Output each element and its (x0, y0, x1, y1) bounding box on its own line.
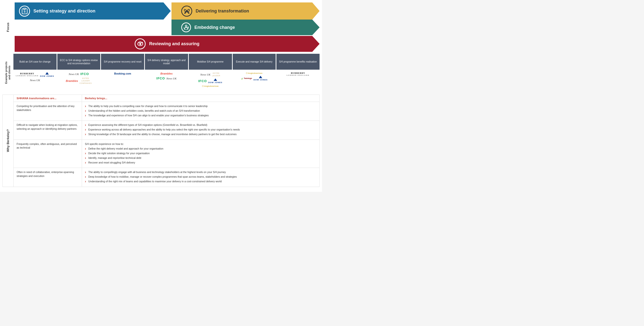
col3-header: S/4 programme recovery and reset (101, 54, 144, 70)
list-item: Experience working across all delivery a… (85, 128, 316, 132)
col6-logos: ⬡ AngloAmerican 🍃 Twinings DOW JONES (233, 70, 276, 92)
why-row3-col2: S/4 specific experience on how to: Defin… (82, 140, 319, 168)
why-row-3: Frequently complex, often ambiguous, and… (14, 140, 319, 168)
svg-rect-0 (24, 8, 26, 9)
col6-logo-row1: ⬡ AngloAmerican (246, 72, 262, 74)
col1-logo-row2: News UK (30, 79, 40, 82)
list-item: The ability to compellingly engage with … (85, 170, 316, 174)
why-row-2: Difficult to navigate when looking at mi… (14, 121, 319, 139)
news-uk-logo-col4: News UK (166, 77, 176, 80)
focus-label: Focus (2, 3, 14, 52)
why-row1-list: The ability to help you build a compelli… (85, 104, 316, 117)
list-item: Understanding of the hidden and unhidden… (85, 109, 316, 113)
col6-header: Execute and manage S/4 delivery (233, 54, 276, 70)
list-item: Understanding of the right mix of teams … (85, 180, 316, 184)
dow-jones-col5: DOW JONES (208, 78, 222, 84)
why-row1-col2: The ability to help you build a compelli… (82, 102, 319, 120)
teal-arrow-label: Embedding change (194, 25, 235, 30)
col4-logo-row2: IFCO News UK (156, 76, 176, 80)
list-item: Define the right delivery model and appr… (85, 147, 316, 151)
col7-logo-row1: BURBERRYLONDON ENGLAND (287, 72, 309, 76)
why-row-1: Competing for prioritisation and the att… (14, 102, 319, 121)
dow-jones-col6: DOW JONES (254, 76, 268, 81)
col5-logos: News UK ESTÉELAUDER IFCO DOW JONES (189, 70, 232, 92)
clipboard-icon (19, 6, 30, 17)
person-cycle-icon (181, 23, 191, 32)
col7-header: S/4 programme benefits realisation (276, 54, 320, 70)
why-row2-list: Experience assessing the different types… (85, 123, 316, 136)
list-item: The knowledge and experience of how S/4 … (85, 114, 316, 117)
project-col-7: S/4 programme benefits realisation BURBE… (276, 54, 320, 92)
why-row4-col1: Often in need of collaborative, enterpri… (14, 168, 82, 187)
arrow-yellow: Delivering transformation (172, 3, 320, 20)
focus-section: Focus (2, 3, 320, 52)
col3-logo-row1: Booking.com (114, 72, 131, 75)
brambles-logo-col4: Brambles (160, 72, 172, 75)
why-row2-col2: Experience assessing the different types… (82, 121, 319, 139)
arrow-blue: Setting strategy and direction (15, 3, 171, 20)
list-item: The ability to help you build a compelli… (85, 104, 316, 108)
project-columns: Build an S/4 case for change BURBERRYLON… (14, 54, 320, 92)
why-row4-col2: The ability to compellingly engage with … (82, 168, 319, 187)
svg-point-8 (140, 44, 141, 44)
news-uk-logo-col2: News UK (69, 73, 79, 76)
why-row-4: Often in need of collaborative, enterpri… (14, 168, 319, 187)
project-col-4: S/4 delivery strategy, approach and mode… (145, 54, 188, 92)
project-col-1: Build an S/4 case for change BURBERRYLON… (14, 54, 56, 92)
why-row1-col1: Competing for prioritisation and the att… (14, 102, 82, 120)
dow-jones-logo: DOW JONES (40, 72, 54, 77)
projects-content: Build an S/4 case for change BURBERRYLON… (14, 54, 320, 92)
ifco-logo-col2a: IFCO (80, 72, 89, 76)
svg-point-5 (186, 25, 187, 27)
list-item: Identify, manage and reprioritise techni… (85, 156, 316, 160)
list-item: Recover and reset struggling S/4 deliver… (85, 161, 316, 165)
project-col-5: Mobilise S/4 programme News UK ESTÉELAUD… (189, 54, 232, 92)
list-item: Experience assessing the different types… (85, 123, 316, 127)
page-wrapper: Focus (0, 0, 322, 192)
col4-logo-row1: Brambles (160, 72, 172, 75)
project-col-6: Execute and manage S/4 delivery ⬡ AngloA… (233, 54, 276, 92)
focus-content: Setting strategy and direction (15, 3, 320, 52)
estee-col5: ESTÉELAUDER (212, 72, 220, 77)
booking-logo: Booking.com (114, 72, 131, 75)
why-content: S/4HANA transformations are... Berkeley … (14, 95, 319, 187)
red-arrow-label: Reviewing and assuring (149, 41, 199, 46)
why-row2-col1: Difficult to navigate when looking at mi… (14, 121, 82, 139)
news-uk-logo-col1: News UK (30, 79, 40, 82)
col2-logo-row1: News UK IFCO (69, 72, 89, 76)
butterfly-icon (181, 6, 192, 17)
col2-logo-row2: Brambles ESTÉELAUDERCOMPANIES (66, 77, 92, 84)
project-col-3: S/4 programme recovery and reset Booking… (101, 54, 144, 92)
col7-logos: BURBERRYLONDON ENGLAND (276, 70, 320, 92)
brambles-logo-col2: Brambles (66, 79, 78, 82)
col6-logo-row2: 🍃 Twinings DOW JONES (241, 76, 268, 81)
col2-logos: News UK IFCO Brambles ESTÉELAUDERCOMPANI… (57, 70, 100, 92)
blue-arrow-label: Setting strategy and direction (34, 9, 96, 14)
projects-section: Example projectsand clients Build an S/4… (2, 54, 320, 92)
col2-header: ECC to S/4 strategy options review and r… (57, 54, 100, 70)
arrow-red: Reviewing and assuring (15, 36, 320, 52)
list-item: Strong knowledge of the SI landscape and… (85, 132, 316, 136)
list-item: Decide the right solution strategy for y… (85, 151, 316, 155)
why-label-text: Why Berkeley? (6, 129, 10, 152)
col5-logo-row1: News UK ESTÉELAUDER (200, 72, 220, 77)
svg-point-4 (186, 11, 187, 12)
why-row3-list: Define the right delivery model and appr… (85, 147, 316, 165)
news-uk-logo-col5: News UK (200, 73, 210, 76)
ifco-logo-col5: IFCO (198, 79, 207, 83)
yellow-arrow-label: Delivering transformation (196, 9, 249, 14)
why-header-row: S/4HANA transformations are... Berkeley … (14, 95, 319, 102)
why-col1-header: S/4HANA transformations are... (14, 95, 82, 102)
why-col2-header: Berkeley brings... (82, 95, 319, 102)
anglo-american-col6: ⬡ AngloAmerican (246, 72, 262, 74)
anglo-american-col5: ⬡ AngloAmerican (202, 85, 218, 87)
burberry-logo: BURBERRYLONDON ENGLAND (16, 73, 38, 77)
col1-header: Build an S/4 case for change (14, 54, 56, 70)
why-row4-list: The ability to compellingly engage with … (85, 170, 316, 183)
col5-logo-row3: ⬡ AngloAmerican (202, 85, 218, 87)
col4-logos: Brambles IFCO News UK (145, 70, 188, 92)
eye-cycle-icon (135, 38, 146, 49)
why-section: Why Berkeley? S/4HANA transformations ar… (2, 95, 320, 187)
ifco-logo-col4: IFCO (156, 76, 165, 80)
col1-logos: BURBERRYLONDON ENGLAND DOW JONES News UK (14, 70, 56, 92)
